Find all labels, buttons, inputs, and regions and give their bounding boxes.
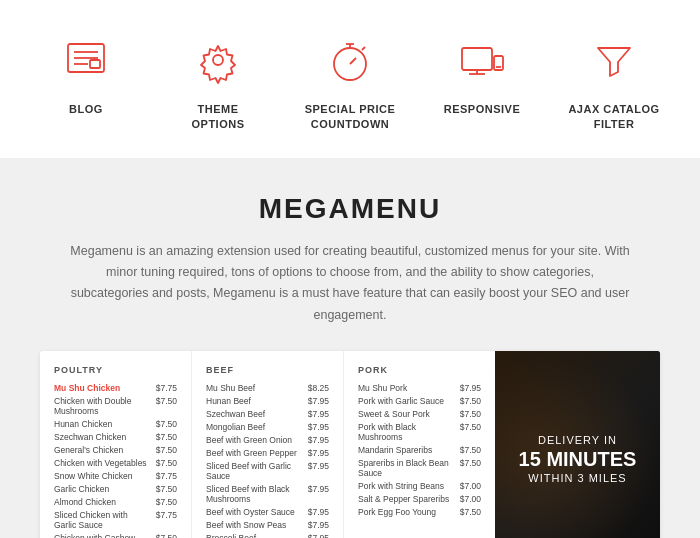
list-item: Garlic Chicken$7.50 <box>54 484 177 494</box>
list-item: Sweet & Sour Pork$7.50 <box>358 409 481 419</box>
promo-line3: WITHIN 3 MILES <box>519 472 637 484</box>
list-item: Snow White Chicken$7.75 <box>54 471 177 481</box>
timer-icon <box>320 30 380 90</box>
filter-icon <box>584 30 644 90</box>
list-item: General's Chicken$7.50 <box>54 445 177 455</box>
feature-responsive[interactable]: RESPONSIVE <box>416 30 548 117</box>
menu-card: POULTRY Mu Shu Chicken$7.75 Chicken with… <box>40 351 660 538</box>
features-bar: BLOG THEMEOPTIONS SPECIAL PRICECOUNTDOWN <box>0 0 700 158</box>
list-item: Pork with String Beans$7.00 <box>358 481 481 491</box>
responsive-icon <box>452 30 512 90</box>
megamenu-title: MEGAMENU <box>40 193 660 225</box>
blog-label: BLOG <box>69 102 103 117</box>
feature-ajax-catalog-filter[interactable]: AJAX CATALOGFILTER <box>548 30 680 133</box>
svg-line-10 <box>362 47 365 50</box>
promo-banner: DELIVERY IN 15 MINUTES WITHIN 3 MILES <box>495 351 660 538</box>
list-item: Hunan Beef$7.95 <box>206 396 329 406</box>
responsive-label: RESPONSIVE <box>444 102 521 117</box>
svg-rect-14 <box>494 56 503 70</box>
special-price-countdown-label: SPECIAL PRICECOUNTDOWN <box>305 102 396 133</box>
list-item: Chicken with Double Mushrooms$7.50 <box>54 396 177 416</box>
beef-column: BEEF Mu Shu Beef$8.25 Hunan Beef$7.95 Sz… <box>191 351 343 538</box>
promo-line1: DELIVERY IN <box>519 434 637 446</box>
feature-special-price-countdown[interactable]: SPECIAL PRICECOUNTDOWN <box>284 30 416 133</box>
list-item: Broccoli Beef$7.95 <box>206 533 329 538</box>
list-item: Pork with Garlic Sauce$7.50 <box>358 396 481 406</box>
list-item: Sliced Chicken with Garlic Sauce$7.75 <box>54 510 177 530</box>
poultry-header: POULTRY <box>54 365 177 375</box>
megamenu-section: MEGAMENU Megamenu is an amazing extensio… <box>0 158 700 538</box>
list-item: Hunan Chicken$7.50 <box>54 419 177 429</box>
megamenu-description: Megamenu is an amazing extension used fo… <box>70 241 630 326</box>
feature-theme-options[interactable]: THEMEOPTIONS <box>152 30 284 133</box>
blog-icon <box>56 30 116 90</box>
poultry-column: POULTRY Mu Shu Chicken$7.75 Chicken with… <box>40 351 191 538</box>
list-item: Chicken with Vegetables$7.50 <box>54 458 177 468</box>
list-item: Mu Shu Pork$7.95 <box>358 383 481 393</box>
svg-rect-4 <box>90 60 100 68</box>
list-item: Szechwan Beef$7.95 <box>206 409 329 419</box>
theme-options-label: THEMEOPTIONS <box>191 102 244 133</box>
list-item: Beef with Green Onion$7.95 <box>206 435 329 445</box>
list-item: Mu Shu Chicken$7.75 <box>54 383 177 393</box>
ajax-catalog-filter-label: AJAX CATALOGFILTER <box>568 102 659 133</box>
list-item: Mandarin Spareribs$7.50 <box>358 445 481 455</box>
svg-point-5 <box>213 55 223 65</box>
svg-rect-11 <box>462 48 492 70</box>
feature-blog[interactable]: BLOG <box>20 30 152 117</box>
list-item: Salt & Pepper Spareribs$7.00 <box>358 494 481 504</box>
list-item: Pork with Black Mushrooms$7.50 <box>358 422 481 442</box>
svg-line-9 <box>350 58 356 64</box>
list-item: Sliced Beef with Garlic Sauce$7.95 <box>206 461 329 481</box>
list-item: Almond Chicken$7.50 <box>54 497 177 507</box>
promo-text-block: DELIVERY IN 15 MINUTES WITHIN 3 MILES <box>509 424 647 494</box>
promo-line2: 15 MINUTES <box>519 448 637 470</box>
list-item: Beef with Snow Peas$7.95 <box>206 520 329 530</box>
pork-header: PORK <box>358 365 481 375</box>
list-item: Szechwan Chicken$7.50 <box>54 432 177 442</box>
list-item: Pork Egg Foo Young$7.50 <box>358 507 481 517</box>
pork-column: PORK Mu Shu Pork$7.95 Pork with Garlic S… <box>343 351 495 538</box>
list-item: Sliced Beef with Black Mushrooms$7.95 <box>206 484 329 504</box>
beef-header: BEEF <box>206 365 329 375</box>
list-item: Beef with Green Pepper$7.95 <box>206 448 329 458</box>
list-item: Mongolian Beef$7.95 <box>206 422 329 432</box>
gear-icon <box>188 30 248 90</box>
list-item: Chicken with Cashew Nuts$7.50 <box>54 533 177 538</box>
list-item: Beef with Oyster Sauce$7.95 <box>206 507 329 517</box>
list-item: Spareribs in Black Bean Sauce$7.50 <box>358 458 481 478</box>
list-item: Mu Shu Beef$8.25 <box>206 383 329 393</box>
